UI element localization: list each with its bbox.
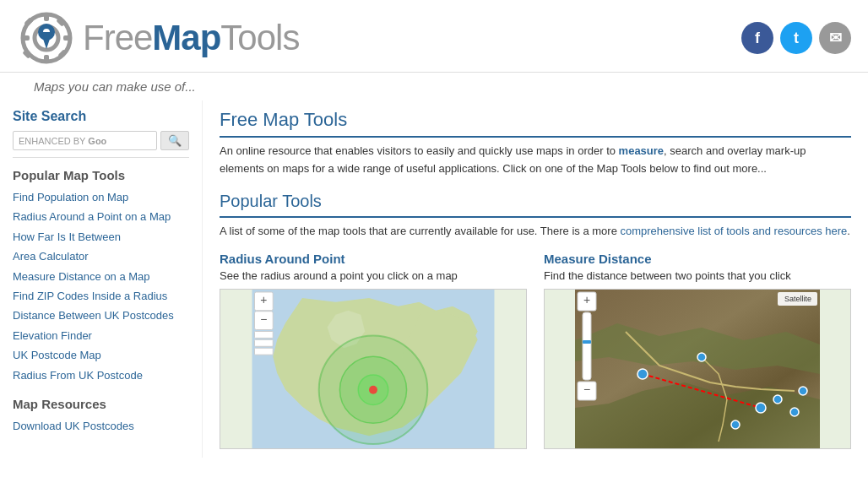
svg-text:Satellite: Satellite	[784, 295, 811, 303]
search-button[interactable]: 🔍	[160, 131, 189, 150]
sidebar: Site Search ENHANCED BY Goo 🔍 Popular Ma…	[0, 100, 203, 458]
tool-card-radius: Radius Around Point See the radius aroun…	[220, 252, 527, 449]
map-resources-title: Map Resources	[13, 397, 189, 411]
search-input-wrapper: ENHANCED BY Goo	[13, 131, 157, 150]
intro-before: An online resource that enables visitors…	[220, 144, 619, 157]
svg-rect-4	[21, 35, 30, 41]
search-input[interactable]	[106, 134, 132, 147]
search-label: ENHANCED BY Goo	[19, 136, 106, 146]
sidebar-link-zip-codes[interactable]: Find ZIP Codes Inside a Radius	[13, 286, 189, 306]
svg-rect-45	[583, 340, 591, 344]
svg-point-37	[773, 395, 782, 404]
main-layout: Site Search ENHANCED BY Goo 🔍 Popular Ma…	[0, 100, 868, 458]
logo-text[interactable]: FreeMapTools	[83, 18, 299, 58]
search-form: ENHANCED BY Goo 🔍	[13, 131, 189, 150]
site-search-title: Site Search	[13, 109, 189, 124]
twitter-button[interactable]: t	[780, 22, 812, 54]
free-map-tools-title: Free Map Tools	[220, 109, 851, 138]
header: FreeMapTools f t ✉	[0, 0, 868, 73]
logo-map: Map	[152, 18, 220, 57]
svg-text:−: −	[260, 312, 267, 326]
svg-point-34	[756, 403, 766, 413]
svg-rect-3	[44, 55, 49, 63]
tool1-map[interactable]: + −	[220, 289, 527, 449]
svg-text:−: −	[583, 382, 590, 396]
svg-text:+: +	[583, 293, 590, 306]
svg-rect-2	[44, 13, 49, 21]
sidebar-link-distance-uk[interactable]: Distance Between UK Postcodes	[13, 306, 189, 325]
comprehensive-list-link[interactable]: comprehensive list of tools and resource…	[621, 225, 848, 237]
svg-rect-28	[254, 349, 273, 355]
logo-tools: Tools	[220, 18, 299, 57]
sidebar-link-measure-distance[interactable]: Measure Distance on a Map	[13, 267, 189, 286]
tool-card-measure: Measure Distance Find the distance betwe…	[544, 252, 851, 449]
popular-tools-before: A list of some of the map tools that are…	[220, 225, 621, 237]
logo-area: FreeMapTools	[17, 8, 299, 68]
radius-map-svg: + −	[220, 290, 526, 448]
sidebar-link-elevation[interactable]: Elevation Finder	[13, 326, 189, 345]
svg-rect-5	[63, 35, 72, 41]
svg-point-38	[790, 408, 799, 416]
facebook-button[interactable]: f	[741, 22, 773, 54]
svg-point-35	[697, 353, 706, 361]
content: Free Map Tools An online resource that e…	[203, 100, 868, 458]
svg-point-21	[369, 386, 377, 394]
measure-link[interactable]: measure	[619, 144, 664, 157]
sidebar-link-uk-postcode-map[interactable]: UK Postcode Map	[13, 345, 189, 365]
tool1-desc: See the radius around a point you click …	[220, 269, 527, 282]
svg-point-33	[637, 369, 648, 379]
tool1-title: Radius Around Point	[220, 252, 527, 266]
svg-text:+: +	[260, 293, 267, 306]
social-icons: f t ✉	[741, 22, 851, 54]
sidebar-link-radius-uk[interactable]: Radius From UK Postcode	[13, 366, 189, 385]
tagline: Maps you can make use of...	[0, 73, 868, 100]
svg-rect-44	[583, 312, 591, 380]
sidebar-divider	[13, 157, 189, 158]
tool2-title: Measure Distance	[544, 252, 851, 266]
measure-map-svg: Satellite + −	[545, 290, 850, 449]
sidebar-link-download-postcodes[interactable]: Download UK Postcodes	[13, 416, 189, 436]
sidebar-link-area-calc[interactable]: Area Calculator	[13, 247, 189, 266]
tool-cards: Radius Around Point See the radius aroun…	[220, 252, 851, 449]
logo-icon	[17, 8, 76, 68]
logo-free: Free	[83, 18, 152, 57]
popular-tools-after: .	[847, 225, 850, 237]
tool2-desc: Find the distance between two points tha…	[544, 269, 851, 282]
svg-rect-26	[254, 332, 273, 339]
sidebar-link-find-population[interactable]: Find Population on Map	[13, 187, 189, 207]
sidebar-link-radius-point[interactable]: Radius Around a Point on a Map	[13, 207, 189, 226]
intro-text: An online resource that enables visitors…	[220, 143, 851, 178]
email-button[interactable]: ✉	[819, 22, 851, 54]
svg-rect-27	[254, 340, 273, 347]
popular-tools-title: Popular Tools	[220, 192, 851, 218]
popular-tools-desc: A list of some of the map tools that are…	[220, 223, 851, 241]
tool2-map[interactable]: Satellite + −	[544, 289, 851, 449]
svg-point-39	[799, 387, 807, 395]
svg-point-36	[731, 420, 740, 429]
popular-map-tools-title: Popular Map Tools	[13, 168, 189, 182]
sidebar-link-how-far[interactable]: How Far Is It Between	[13, 227, 189, 247]
